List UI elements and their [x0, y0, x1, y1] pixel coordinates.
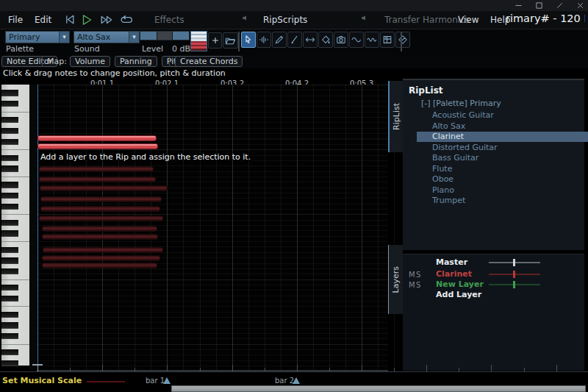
camera-tool-button[interactable]: [334, 32, 348, 48]
solo-button[interactable]: S: [416, 281, 420, 289]
sine-tool-button[interactable]: [349, 32, 364, 48]
black-key[interactable]: [1, 268, 18, 274]
quantize-tool-button[interactable]: [380, 32, 395, 48]
note-stretch-tool-button[interactable]: [303, 32, 318, 48]
level-slider[interactable]: [140, 31, 190, 40]
skip-start-icon[interactable]: [63, 13, 76, 28]
black-key[interactable]: [1, 296, 18, 302]
add-layer-button[interactable]: Add Layer: [436, 290, 481, 299]
add-button[interactable]: [208, 32, 222, 49]
resize-icon[interactable]: [554, 1, 564, 11]
black-key[interactable]: [1, 117, 18, 123]
layer-pan-slider[interactable]: [489, 284, 540, 285]
rip-preview-icon[interactable]: [190, 31, 207, 51]
layer-pan-handle[interactable]: [513, 259, 515, 266]
bar-marker-triangle[interactable]: [163, 377, 171, 384]
map-volume-button[interactable]: Volume: [70, 56, 110, 67]
black-key[interactable]: [1, 193, 18, 199]
menu-effects[interactable]: Effects: [154, 15, 184, 25]
bar-marker-triangle[interactable]: [293, 377, 300, 384]
note[interactable]: [42, 226, 157, 232]
mute-button[interactable]: M: [409, 271, 415, 279]
note[interactable]: [39, 177, 156, 182]
black-key[interactable]: [1, 155, 18, 161]
palette-dropdown[interactable]: Primary ▾: [5, 31, 70, 43]
layer-label[interactable]: Clarinet: [436, 269, 472, 279]
line-pen-tool-button[interactable]: [287, 32, 302, 48]
note[interactable]: [39, 215, 163, 221]
layer-pan-handle[interactable]: [513, 271, 515, 278]
horizontal-scrollbar[interactable]: [171, 385, 586, 392]
riplist-item-distorted-guitar[interactable]: Distorted Guitar: [417, 143, 588, 153]
open-folder-button[interactable]: [223, 32, 238, 49]
black-key[interactable]: [1, 204, 18, 210]
layer-label[interactable]: New Layer: [436, 279, 484, 289]
riplist-item-piano[interactable]: Piano: [417, 185, 588, 196]
riplist-item-flute[interactable]: Flute: [417, 164, 588, 174]
riplist-root-node[interactable]: [-] [Palette] Primary: [421, 99, 501, 108]
play-icon[interactable]: [80, 13, 93, 29]
layer-pan-slider[interactable]: [489, 262, 540, 263]
black-key[interactable]: [1, 322, 18, 328]
maximize-icon[interactable]: [534, 1, 544, 11]
map-panning-button[interactable]: Panning: [115, 56, 157, 67]
note[interactable]: [42, 255, 160, 261]
note[interactable]: [40, 196, 162, 202]
loop-icon[interactable]: [120, 13, 133, 29]
menu-transfer-harmonics[interactable]: Transfer Harmonics: [384, 15, 470, 25]
paint-bucket-tool-button[interactable]: [318, 32, 333, 48]
menu-ripscripts[interactable]: RipScripts: [263, 15, 307, 25]
playhead[interactable]: [37, 85, 38, 370]
riplist-item-oboe[interactable]: Oboe: [417, 174, 588, 185]
sound-dropdown[interactable]: Alto Sax ▾: [74, 31, 140, 43]
black-key[interactable]: [1, 165, 18, 171]
riplist-item-clarinet[interactable]: Clarinet: [417, 132, 588, 142]
riplist-item-bass-guitar[interactable]: Bass Guitar: [417, 153, 588, 163]
black-key[interactable]: [1, 285, 18, 291]
black-key[interactable]: [1, 220, 18, 226]
black-key[interactable]: [1, 257, 18, 263]
black-key[interactable]: [1, 333, 18, 339]
minimize-icon[interactable]: [513, 1, 523, 11]
note[interactable]: [40, 185, 168, 191]
selected-note[interactable]: [37, 135, 157, 141]
black-key[interactable]: [1, 128, 18, 134]
menu-edit[interactable]: Edit: [35, 15, 51, 25]
tab-riplist[interactable]: RipList: [388, 81, 404, 152]
note-grid[interactable]: Add a layer to the Rip and assign the se…: [37, 85, 388, 371]
eraser-tool-button[interactable]: [395, 32, 410, 48]
select-tool-button[interactable]: [241, 32, 256, 48]
black-key[interactable]: [1, 101, 18, 107]
layer-pan-handle[interactable]: [513, 281, 515, 288]
note[interactable]: [40, 206, 160, 212]
layer-label[interactable]: Master: [436, 257, 467, 267]
note[interactable]: [42, 234, 158, 240]
set-musical-scale-button[interactable]: Set Musical Scale: [2, 376, 82, 385]
black-key[interactable]: [1, 349, 18, 355]
close-icon[interactable]: [575, 1, 585, 11]
black-key[interactable]: [1, 312, 18, 318]
create-chords-button[interactable]: Create Chords: [175, 56, 243, 67]
mute-button[interactable]: M: [409, 281, 415, 289]
selected-note[interactable]: [37, 143, 158, 149]
note[interactable]: [42, 263, 157, 268]
riplist-item-alto-sax[interactable]: Alto Sax: [417, 121, 588, 132]
menu-file[interactable]: File: [8, 15, 23, 25]
piano-keyboard[interactable]: [1, 85, 29, 366]
black-key[interactable]: [1, 182, 18, 188]
solo-button[interactable]: S: [416, 271, 420, 279]
audio-stretch-tool-button[interactable]: [257, 32, 271, 48]
riplist-item-trumpet[interactable]: Trumpet: [417, 196, 588, 206]
tab-layers[interactable]: Layers: [388, 245, 403, 314]
note[interactable]: [43, 247, 163, 253]
layer-pan-slider[interactable]: [489, 274, 540, 275]
fast-forward-icon[interactable]: [100, 13, 113, 29]
black-key[interactable]: [1, 139, 18, 145]
note[interactable]: [39, 166, 154, 172]
vibrato-tool-button[interactable]: [365, 32, 379, 48]
riplist-item-acoustic-guitar[interactable]: Acoustic Guitar: [417, 110, 588, 121]
black-key[interactable]: [1, 247, 18, 253]
black-key[interactable]: [1, 230, 18, 236]
pencil-tool-button[interactable]: [272, 32, 287, 48]
level-slider-handle[interactable]: [157, 32, 173, 40]
